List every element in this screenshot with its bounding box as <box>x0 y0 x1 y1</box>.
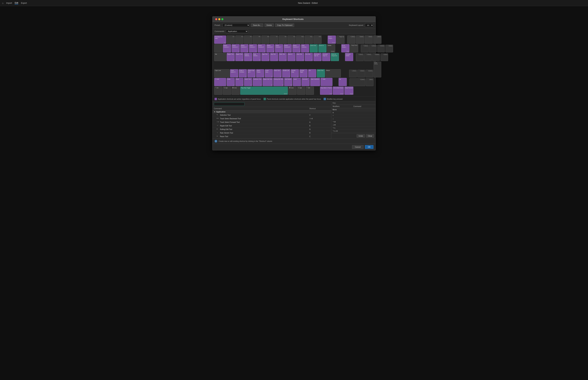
group-label: Application <box>216 111 226 113</box>
minimize-button[interactable] <box>218 18 220 20</box>
legend-teal-label: Panel shortcuts override application sho… <box>267 98 294 100</box>
key-space[interactable]: Play-Stop Toggle Space <box>240 87 288 95</box>
list-headers: Command Shortcut <box>212 107 294 110</box>
key-7[interactable]: Select Camera 7 7 <box>275 44 283 52</box>
list-item[interactable]: ⟵ Track Select Backward Tool ⇧+A <box>212 117 294 120</box>
key-c[interactable]: Razor Tool C <box>244 78 252 86</box>
zxcv-key-row: ⇧ Shift Undo Z Redo X Razor Tool C Selec… <box>214 78 294 86</box>
key-f5[interactable]: F5 <box>253 36 261 44</box>
key-f4[interactable]: F4 <box>244 36 252 44</box>
search-input[interactable] <box>214 102 245 106</box>
key-y[interactable]: Slip Tool Y <box>270 53 278 61</box>
list-item[interactable]: ⟶ Track Select Forward Tool A <box>212 120 294 124</box>
key-1[interactable]: Select Camera 1 1 <box>223 44 231 52</box>
list-item[interactable]: ✂ Razor Tool C <box>212 135 294 138</box>
key-9[interactable]: Select Camera 9 9 <box>292 44 294 52</box>
key-r[interactable]: Rate Stretch... R <box>253 53 261 61</box>
key-f[interactable]: Match Frame F <box>256 69 264 77</box>
info-bar: i Create new or edit existing shortcut b… <box>212 139 294 144</box>
app-header: ⌂ Import Edit Export New Zealand - Edite… <box>0 0 294 6</box>
key-v[interactable]: Selection Tool V <box>253 78 262 86</box>
list-item[interactable]: ⊢ Rolling Edit Tool N <box>212 128 294 131</box>
nav-import[interactable]: Import <box>6 2 12 4</box>
key-x[interactable]: Redo X <box>235 78 244 86</box>
key-4[interactable]: Select Camera 4 4 <box>249 44 257 52</box>
list-item[interactable]: ⇔ Slip Tool Y <box>212 138 294 139</box>
commands-select[interactable]: Application <box>226 30 248 33</box>
key-e[interactable]: Extend Selecte... E <box>244 53 252 61</box>
ripple-icon: ⊣ <box>217 125 219 127</box>
key-f8[interactable]: F8 <box>279 36 287 44</box>
bottom-key-row: ⌃ Ctrl ⌥ Opt ⌘ Cmd Play-Stop Toggle Spac… <box>214 87 294 95</box>
key-comma[interactable]: Insert , <box>293 78 294 86</box>
key-m[interactable]: Add Marker M <box>284 78 292 86</box>
list-item[interactable]: ↖ Selection Tool V <box>212 113 294 117</box>
key-5[interactable]: Select Camera 5 5 <box>258 44 266 52</box>
key-ctrl-l[interactable]: ⌃ Ctrl <box>214 87 222 95</box>
nav-export[interactable]: Export <box>21 2 27 4</box>
key-tab[interactable]: Tab <box>214 53 226 61</box>
key-opt-l[interactable]: ⌥ Opt <box>223 87 231 95</box>
key-2[interactable]: Select Camera 2 2 <box>231 44 240 52</box>
commands-row: Commands: Application <box>212 29 294 34</box>
preset-select[interactable]: [Custom] <box>223 23 250 27</box>
key-3[interactable]: Select Camera 3 3 <box>240 44 248 52</box>
track-forward-icon: ⟶ <box>217 121 219 123</box>
key-f6[interactable]: F6 <box>261 36 269 44</box>
key-backtick[interactable]: ` <box>214 44 222 52</box>
info-icon: i <box>214 140 217 143</box>
rolling-icon: ⊢ <box>217 128 219 131</box>
key-a[interactable]: Track Select F... A <box>230 69 238 77</box>
key-f7[interactable]: F7 <box>270 36 278 44</box>
key-b[interactable]: Ripple Edit Tool B <box>263 78 273 86</box>
key-n[interactable]: Rolling Edit Tool N <box>273 78 284 86</box>
app-title: New Zealand - Edited <box>30 2 294 4</box>
key-f1[interactable]: Premiere Pro Help... F1 <box>214 36 226 44</box>
track-back-icon: ⟵ <box>217 117 219 120</box>
save-as-button[interactable]: Save As... <box>251 23 263 27</box>
cursor-icon: ↖ <box>217 114 219 116</box>
key-f2[interactable]: F2 <box>227 36 235 44</box>
key-6[interactable]: Select Camera 6 6 <box>266 44 274 52</box>
key-cmd-r[interactable]: ⌘ Cmd <box>288 87 294 95</box>
delete-button[interactable]: Delete <box>265 23 274 27</box>
legend-teal: Panel shortcuts override application sho… <box>264 98 294 100</box>
key-f3[interactable]: F3 <box>235 36 244 44</box>
item-name-0: Selection Tool <box>220 114 294 116</box>
legend-purple-label: Application shortcuts are active regardl… <box>218 98 261 100</box>
key-z[interactable]: Undo Z <box>227 78 235 86</box>
item-name-4: Rolling Edit Tool <box>220 128 294 130</box>
key-k[interactable]: Shuttle Stop K <box>291 69 294 77</box>
close-button[interactable] <box>215 18 217 20</box>
key-g[interactable]: Audio Gain... G <box>265 69 273 77</box>
nav-edit[interactable]: Edit <box>15 2 18 4</box>
fn-key-row: Premiere Pro Help... F1 F2 F3 F4 F5 F6 F… <box>214 36 294 44</box>
key-u[interactable]: Slide Tool U <box>279 53 287 61</box>
key-f9[interactable]: F9 <box>287 36 294 44</box>
key-8[interactable]: Select Camera 8 8 <box>284 44 292 52</box>
list-group-application[interactable]: ▼ Application <box>212 110 294 113</box>
copy-to-clipboard-button[interactable]: Copy To Clipboard <box>275 23 294 27</box>
maximize-button[interactable] <box>221 18 223 20</box>
legend-purple-swatch <box>214 98 217 100</box>
key-shift-l[interactable]: ⇧ Shift <box>214 78 226 86</box>
key-t[interactable]: Type Tool T <box>261 53 269 61</box>
list-item[interactable]: ↔ Rate Stretch Tool R <box>212 131 294 135</box>
key-cmd-l[interactable]: ⌘ Cmd <box>231 87 240 95</box>
commands-label: Commands: <box>214 30 225 32</box>
key-capslock[interactable]: Caps Lock <box>214 69 229 77</box>
home-icon[interactable]: ⌂ <box>2 2 3 4</box>
key-i[interactable]: Mark In I <box>287 53 294 61</box>
key-j[interactable]: Shuttle Left J <box>282 69 290 77</box>
number-key-row: ` Select Camera 1 1 Select Camera 2 2 Se… <box>214 44 294 52</box>
key-h[interactable]: Hand Tool H <box>273 69 282 77</box>
dialog-footer: Cancel OK <box>212 144 294 150</box>
key-w[interactable]: Ripple Trim W <box>235 53 244 61</box>
preset-label: Preset: <box>214 24 221 26</box>
key-s[interactable]: Snap in Timeline S <box>239 69 247 77</box>
list-item[interactable]: ⊣ Ripple Edit Tool B <box>212 124 294 128</box>
key-q[interactable]: Ripple Trim Q <box>227 53 235 61</box>
group-chevron-icon: ▼ <box>214 111 216 113</box>
key-d[interactable]: Select Clip at P... D <box>247 69 256 77</box>
legend-teal-swatch <box>264 98 266 100</box>
